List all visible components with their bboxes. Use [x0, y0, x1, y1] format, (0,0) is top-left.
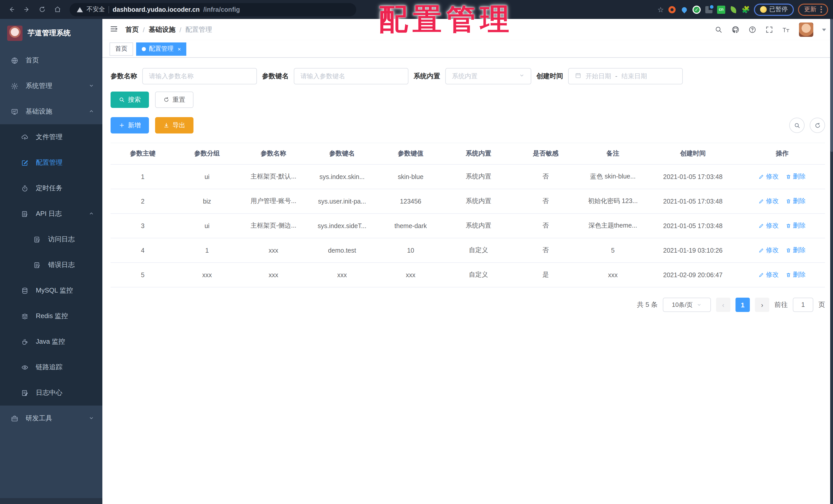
sidebar-item-java-monitor[interactable]: Java 监控	[0, 329, 102, 354]
sidebar-item-system[interactable]: 系统管理	[0, 73, 102, 99]
fullscreen-icon[interactable]	[765, 26, 774, 34]
delete-row-button[interactable]: 删除	[786, 246, 806, 255]
breadcrumb-home[interactable]: 首页	[125, 25, 139, 34]
column-header: 参数键名	[308, 143, 377, 165]
screen: 不安全 dashboard.yudao.iocoder.cn/infra/con…	[0, 0, 833, 504]
extensions-puzzle-icon[interactable]: 🧩	[742, 5, 750, 14]
builtin-select[interactable]: 系统内置	[445, 68, 531, 84]
edit-row-button[interactable]: 修改	[759, 172, 779, 181]
app-logo-row[interactable]: 芋道管理系统	[0, 19, 102, 48]
reload-icon[interactable]	[36, 3, 48, 16]
delete-row-button[interactable]: 删除	[786, 271, 806, 279]
window-scrollbar[interactable]	[830, 19, 833, 504]
tab-config-manage[interactable]: 配置管理 ×	[136, 42, 187, 55]
font-size-icon[interactable]	[782, 26, 790, 34]
next-page-button[interactable]: ›	[755, 298, 769, 312]
cell-builtin: 自定义	[445, 238, 512, 262]
delete-row-button[interactable]: 删除	[786, 222, 806, 230]
sidebar-footer-bar	[0, 498, 102, 504]
sidebar-item-api-logs[interactable]: API 日志	[0, 201, 102, 227]
refresh-table-button[interactable]	[810, 118, 825, 133]
sidebar-item-error-logs[interactable]: 错误日志	[0, 252, 102, 278]
annotation-overlay-title: 配置管理	[379, 0, 514, 40]
back-icon[interactable]	[5, 3, 17, 16]
edit-row-button[interactable]: 修改	[759, 222, 779, 230]
sidebar-item-redis-monitor[interactable]: Redis 监控	[0, 303, 102, 329]
not-secure-warning-icon	[77, 7, 83, 12]
cell-created: 2021-01-19 03:10:26	[646, 238, 739, 262]
sidebar-item-infra[interactable]: 基础设施	[0, 99, 102, 124]
sidebar-item-dev-tools[interactable]: 研发工具	[0, 406, 102, 431]
reset-button[interactable]: 重置	[155, 92, 193, 108]
export-button[interactable]: 导出	[155, 117, 193, 133]
current-page-button[interactable]: 1	[736, 298, 750, 312]
add-button[interactable]: 新增	[111, 117, 149, 133]
address-bar[interactable]: 不安全 dashboard.yudao.iocoder.cn/infra/con…	[70, 3, 356, 16]
security-label: 不安全	[87, 5, 105, 14]
param-key-input[interactable]	[294, 68, 408, 84]
goto-page-input[interactable]	[793, 298, 813, 312]
timer-icon	[21, 184, 29, 192]
edit-row-button[interactable]: 修改	[759, 246, 779, 255]
page-size-select[interactable]: 10条/页	[663, 298, 711, 312]
extension-cn-badge-icon[interactable]: cn	[717, 5, 725, 14]
sidebar-item-home[interactable]: 首页	[0, 48, 102, 73]
sidebar-item-scheduled-jobs[interactable]: 定时任务	[0, 175, 102, 201]
cell-value: 123456	[377, 189, 445, 213]
collapse-sidebar-icon[interactable]	[110, 24, 118, 35]
param-name-input[interactable]	[142, 68, 257, 84]
pagination: 共 5 条 10条/页 ‹ 1 › 前往 页	[111, 298, 825, 312]
tab-home[interactable]: 首页	[110, 42, 133, 55]
github-icon[interactable]	[731, 26, 740, 34]
prev-page-button[interactable]: ‹	[716, 298, 730, 312]
cell-remark: 5	[579, 238, 646, 262]
cell-name: xxx	[239, 238, 308, 262]
stack-icon	[21, 312, 29, 320]
extension-pin-icon[interactable]	[680, 5, 688, 14]
table-header-row: 参数主键 参数分组 参数名称 参数键名 参数键值 系统内置 是否敏感 备注 创建…	[111, 143, 825, 165]
sidebar-item-config-manage[interactable]: 配置管理	[0, 150, 102, 175]
search-button[interactable]: 搜索	[111, 92, 149, 108]
cell-name: 主框架页-侧边...	[239, 213, 308, 238]
edit-row-button[interactable]: 修改	[759, 197, 779, 206]
sidebar-item-log-center[interactable]: 日志中心	[0, 380, 102, 406]
delete-row-button[interactable]: 删除	[786, 197, 806, 206]
search-icon[interactable]	[715, 26, 723, 34]
sidebar-item-access-logs[interactable]: 访问日志	[0, 227, 102, 252]
extension-grid-icon[interactable]	[705, 5, 713, 14]
config-table: 参数主键 参数分组 参数名称 参数键名 参数键值 系统内置 是否敏感 备注 创建…	[111, 143, 825, 287]
update-browser-button[interactable]: 更新	[798, 3, 828, 16]
sidebar-item-file-manage[interactable]: 文件管理	[0, 124, 102, 150]
home-icon[interactable]	[51, 3, 64, 16]
help-icon[interactable]	[748, 26, 757, 34]
forward-icon[interactable]	[21, 3, 33, 16]
cell-group: xxx	[175, 262, 239, 287]
user-avatar[interactable]	[799, 23, 813, 37]
app-title: 芋道管理系统	[28, 29, 71, 38]
edit-row-button[interactable]: 修改	[759, 271, 779, 279]
browser-menu-icon[interactable]	[820, 6, 822, 13]
extension-orange-ring-icon[interactable]	[668, 5, 676, 14]
cell-builtin: 系统内置	[445, 213, 512, 238]
user-menu-caret-icon[interactable]	[822, 28, 826, 31]
toggle-search-button[interactable]	[789, 118, 805, 133]
date-range-picker[interactable]: 开始日期 - 结束日期	[568, 68, 683, 84]
url-divider	[109, 6, 109, 13]
cell-id: 4	[111, 238, 175, 262]
cell-id: 3	[111, 213, 175, 238]
bookmark-star-icon[interactable]: ☆	[658, 5, 664, 14]
sidebar-item-tracing[interactable]: 链路追踪	[0, 354, 102, 380]
sidebar: 芋道管理系统 首页 系统管理 基础设施	[0, 19, 102, 504]
search-icon	[119, 97, 125, 103]
close-tab-icon[interactable]: ×	[177, 46, 181, 52]
pencil-icon	[759, 174, 764, 179]
scrollbar-thumb[interactable]	[830, 19, 833, 152]
select-caret-icon	[519, 73, 525, 80]
extension-leaf-icon[interactable]	[729, 5, 738, 14]
delete-row-button[interactable]: 删除	[786, 172, 806, 181]
sidebar-item-mysql-monitor[interactable]: MySQL 监控	[0, 278, 102, 303]
extension-check-icon[interactable]: ✓	[692, 5, 701, 14]
table-row: 1 ui 主框架页-默认... sys.index.skin... skin-b…	[111, 165, 825, 189]
paused-profile-button[interactable]: 已暂停	[754, 3, 794, 16]
breadcrumb-section[interactable]: 基础设施	[149, 25, 175, 34]
